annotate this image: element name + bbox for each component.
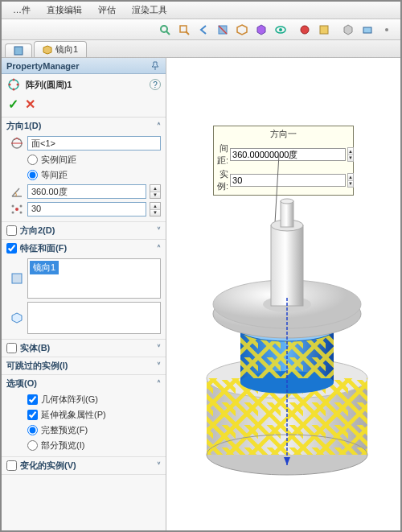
- section-header[interactable]: 可跳过的实例(I) ˅: [2, 357, 166, 374]
- callout-spacing-spinner[interactable]: ▲▼: [347, 147, 354, 162]
- section-title: 方向2(D): [20, 225, 55, 237]
- section-header[interactable]: 方向1(D) ˄: [2, 118, 166, 134]
- scene-icon[interactable]: [315, 22, 333, 38]
- face-list-icon: [10, 311, 24, 325]
- section-vary: 变化的实例(V) ˅: [2, 457, 166, 475]
- check-geometry-pattern[interactable]: 几何体阵列(G): [10, 394, 161, 406]
- zoom-area-icon[interactable]: [175, 22, 193, 38]
- ok-button[interactable]: ✓: [8, 97, 18, 112]
- section-header[interactable]: 特征和面(F) ˄: [2, 240, 166, 257]
- bodies-checkbox[interactable]: [6, 343, 17, 353]
- vary-checkbox[interactable]: [6, 460, 17, 471]
- svg-rect-41: [281, 201, 293, 227]
- pm-feature-name: 阵列(圆周)1: [26, 79, 72, 91]
- angle-input[interactable]: 360.00度: [27, 184, 146, 199]
- 3d-model: [191, 177, 384, 483]
- view-orient-icon[interactable]: [233, 22, 251, 38]
- menu-item[interactable]: 渲染工具: [124, 2, 175, 18]
- svg-point-19: [15, 208, 18, 211]
- appearance-icon[interactable]: [296, 22, 314, 38]
- cancel-button[interactable]: ✕: [25, 97, 35, 112]
- extra-icon[interactable]: [378, 22, 396, 38]
- axis-icon[interactable]: [10, 136, 24, 151]
- chevron-down-icon: ˅: [157, 361, 161, 370]
- svg-point-11: [385, 28, 388, 31]
- tree-tab[interactable]: [5, 43, 32, 57]
- svg-point-8: [301, 26, 309, 34]
- section-title: 特征和面(F): [20, 242, 67, 254]
- section-skip: 可跳过的实例(I) ˅: [2, 357, 166, 375]
- features-checkbox[interactable]: [6, 243, 17, 254]
- svg-point-21: [20, 205, 23, 208]
- section-options: 选项(O) ˄ 几何体阵列(G) 延伸视象属性(P) 完整预览(F) 部分预览(…: [2, 375, 166, 457]
- render-icon[interactable]: [359, 22, 376, 38]
- svg-point-15: [17, 84, 19, 86]
- chevron-up-icon: ˄: [157, 122, 161, 130]
- workspace: PropertyManager 阵列(圆周)1 ? ✓ ✕ 方向1(D) ˄: [2, 58, 400, 530]
- section-direction1: 方向1(D) ˄ 面<1> 实例间距 等间距 360.00度 ▲▼ 30: [2, 118, 166, 222]
- count-icon: [10, 202, 24, 217]
- svg-point-20: [12, 205, 14, 208]
- hide-show-icon[interactable]: [272, 22, 289, 38]
- svg-line-3: [186, 31, 189, 35]
- radio-equal-spacing[interactable]: 等间距: [10, 169, 161, 181]
- feature-tab-label: 镜向1: [55, 43, 78, 56]
- help-icon[interactable]: ?: [150, 79, 161, 90]
- menu-item[interactable]: …件: [5, 2, 39, 18]
- prev-view-icon[interactable]: [195, 22, 212, 38]
- svg-rect-9: [320, 26, 328, 34]
- view-toolbar: [2, 19, 400, 40]
- check-propagate-visual[interactable]: 延伸视象属性(P): [10, 409, 161, 421]
- section-title: 变化的实例(V): [20, 460, 76, 472]
- section-bodies: 实体(B) ˅: [2, 340, 166, 357]
- pm-title-bar: PropertyManager: [2, 58, 166, 74]
- face-selection-list[interactable]: [27, 302, 161, 334]
- callout-spacing-input[interactable]: [230, 148, 346, 161]
- pin-icon[interactable]: [150, 60, 161, 72]
- section-header[interactable]: 选项(O) ˄: [2, 375, 166, 392]
- count-input[interactable]: 30: [27, 202, 146, 217]
- section-title: 方向1(D): [6, 120, 41, 132]
- circular-pattern-icon: [6, 77, 21, 92]
- radio-partial-preview[interactable]: 部分预览(I): [10, 439, 161, 452]
- section-view-icon[interactable]: [214, 22, 232, 38]
- svg-point-14: [13, 79, 15, 81]
- section-header[interactable]: 方向2(D) ˅: [2, 222, 166, 239]
- feature-list-icon: [10, 271, 24, 286]
- count-spinner[interactable]: ▲▼: [150, 202, 161, 217]
- menu-bar: …件 直接编辑 评估 渲染工具: [2, 2, 400, 19]
- section-features: 特征和面(F) ˄ 镜向1: [2, 240, 166, 340]
- radio-instance-spacing[interactable]: 实例间距: [10, 154, 161, 166]
- svg-point-16: [13, 89, 15, 91]
- angle-spinner[interactable]: ▲▼: [150, 184, 161, 199]
- view-settings-icon[interactable]: [339, 22, 357, 38]
- section-header[interactable]: 变化的实例(V) ˅: [2, 457, 166, 474]
- callout-spacing-label: 间距:: [217, 142, 228, 167]
- dir2-checkbox[interactable]: [6, 225, 17, 236]
- svg-rect-12: [14, 47, 23, 55]
- svg-rect-24: [12, 274, 22, 283]
- feature-tab[interactable]: 镜向1: [34, 41, 87, 57]
- section-title: 选项(O): [6, 377, 37, 390]
- zoom-fit-icon[interactable]: [156, 22, 174, 38]
- feature-selection-list[interactable]: 镜向1: [27, 258, 161, 299]
- radio-full-preview[interactable]: 完整预览(F): [10, 424, 161, 436]
- section-title: 实体(B): [20, 342, 50, 354]
- display-style-icon[interactable]: [252, 22, 270, 38]
- graphics-viewport[interactable]: 方向一 间距: ▲▼ 实例: ▲▼: [166, 58, 400, 530]
- axis-selection-input[interactable]: 面<1>: [27, 136, 161, 151]
- svg-point-17: [9, 84, 11, 86]
- section-title: 可跳过的实例(I): [6, 360, 68, 372]
- angle-icon: [10, 184, 24, 199]
- menu-item[interactable]: 直接编辑: [39, 2, 90, 18]
- section-header[interactable]: 实体(B) ˅: [2, 340, 166, 357]
- chevron-down-icon: ˅: [157, 344, 161, 353]
- pm-feature-header: 阵列(圆周)1 ?: [2, 74, 166, 95]
- svg-rect-10: [363, 27, 371, 33]
- svg-point-7: [279, 28, 282, 31]
- menu-item[interactable]: 评估: [90, 2, 124, 18]
- svg-line-1: [166, 31, 170, 35]
- selected-feature-item[interactable]: 镜向1: [30, 261, 59, 274]
- feature-tab-bar: 镜向1: [2, 40, 400, 58]
- svg-rect-39: [271, 225, 303, 306]
